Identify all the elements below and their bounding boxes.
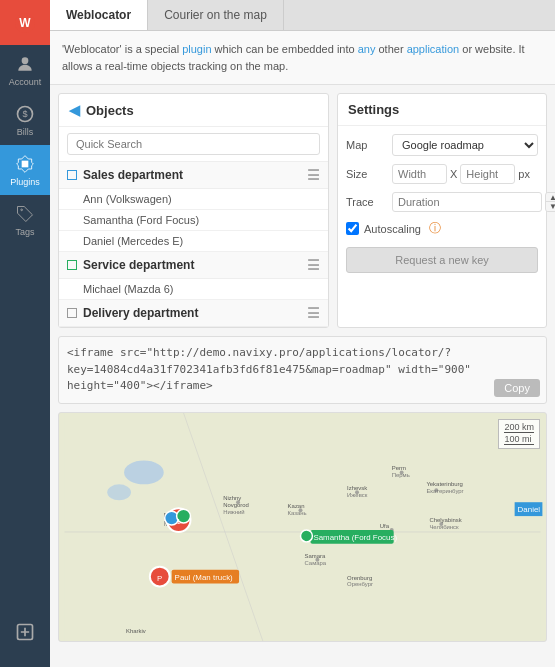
svg-text:Kharkiv: Kharkiv — [126, 628, 146, 634]
duration-input[interactable] — [392, 192, 542, 212]
svg-text:Yekaterinburg: Yekaterinburg — [426, 481, 462, 487]
sidebar-item-plugins-label: Plugins — [10, 177, 40, 187]
tab-courier[interactable]: Courier on the map — [148, 0, 284, 30]
autoscaling-checkbox[interactable] — [346, 222, 359, 235]
dept-sales: Sales department ☰ — [59, 162, 328, 189]
height-input[interactable] — [460, 164, 515, 184]
sidebar-logo: W — [0, 0, 50, 45]
bills-icon: $ — [15, 104, 35, 124]
description-text: 'Weblocator' is a special plugin which c… — [62, 43, 525, 72]
objects-icon: ◀ — [69, 102, 80, 118]
application-link[interactable]: application — [407, 43, 460, 55]
dept-service-scroll[interactable]: ☰ — [307, 257, 320, 273]
svg-point-2 — [22, 57, 29, 64]
iframe-code: <iframe src="http://demo.navixy.pro/appl… — [67, 346, 471, 392]
settings-body: Map Google roadmap Google satellite Open… — [338, 126, 546, 281]
trace-label: Trace — [346, 196, 386, 208]
spinner-down[interactable]: ▼ — [546, 202, 555, 211]
sidebar-item-tags[interactable]: Tags — [0, 195, 50, 245]
sidebar-item-bills[interactable]: $ Bills — [0, 95, 50, 145]
dept-delivery: Delivery department ☰ — [59, 300, 328, 327]
svg-rect-6 — [65, 413, 541, 641]
tabs-bar: Weblocator Courier on the map — [50, 0, 555, 31]
svg-text:Paul (Man truck): Paul (Man truck) — [175, 572, 233, 581]
objects-panel-header: ◀ Objects — [59, 94, 328, 127]
map-svg: Moscow Москва Nizhny Novgorod Нижний Kaz… — [59, 413, 546, 641]
sidebar-item-tags-label: Tags — [15, 227, 34, 237]
settings-panel: Settings Map Google roadmap Google satel… — [337, 93, 547, 328]
svg-text:Ufa: Ufa — [380, 522, 390, 528]
map-select[interactable]: Google roadmap Google satellite OpenStre… — [392, 134, 538, 156]
objects-panel: ◀ Objects Sales department ☰ Ann (Volksw… — [58, 93, 329, 328]
vehicle-samantha[interactable]: Samantha (Ford Focus) — [59, 210, 328, 231]
svg-point-8 — [107, 484, 131, 500]
settings-title: Settings — [348, 102, 399, 117]
autoscaling-label: Autoscaling — [364, 223, 421, 235]
vehicle-daniel[interactable]: Daniel (Mercedes E) — [59, 231, 328, 252]
sidebar-item-bills-label: Bills — [17, 127, 34, 137]
svg-text:Nizhny: Nizhny — [223, 495, 241, 501]
copy-button[interactable]: Copy — [494, 379, 540, 397]
sidebar-item-add[interactable] — [0, 607, 50, 657]
svg-text:Казань: Казань — [288, 510, 307, 516]
sidebar-item-account[interactable]: Account — [0, 45, 50, 95]
sidebar-item-plugins[interactable]: Plugins — [0, 145, 50, 195]
svg-text:Chelyabinsk: Chelyabinsk — [429, 517, 461, 523]
plugin-link[interactable]: plugin — [182, 43, 211, 55]
dept-delivery-scroll[interactable]: ☰ — [307, 305, 320, 321]
settings-map-row: Map Google roadmap Google satellite Open… — [346, 134, 538, 156]
dept-sales-scroll[interactable]: ☰ — [307, 167, 320, 183]
scale-200: 200 km — [504, 422, 534, 433]
scale-100: 100 mi — [504, 434, 534, 445]
svg-text:Novgorod: Novgorod — [223, 502, 249, 508]
objects-title: Objects — [86, 103, 134, 118]
dept-service-label: Service department — [83, 258, 194, 272]
svg-text:Оренбург: Оренбург — [347, 581, 373, 587]
spinner-up[interactable]: ▲ — [546, 193, 555, 202]
svg-text:Ижевск: Ижевск — [347, 492, 368, 498]
svg-text:Екатеринбург: Екатеринбург — [426, 488, 463, 494]
main-content: Weblocator Courier on the map 'Weblocato… — [50, 0, 555, 667]
vehicle-ann[interactable]: Ann (Volkswagen) — [59, 189, 328, 210]
search-input[interactable] — [67, 133, 320, 155]
dept-delivery-label: Delivery department — [83, 306, 198, 320]
size-label: Size — [346, 168, 386, 180]
size-x-sep: X — [450, 168, 457, 180]
svg-text:Пермь: Пермь — [392, 472, 410, 478]
iframe-section: <iframe src="http://demo.navixy.pro/appl… — [58, 336, 547, 404]
trace-inputs: ▲ ▼ ⓘ — [392, 192, 555, 212]
svg-text:1: 1 — [177, 518, 181, 525]
svg-text:Kazan: Kazan — [288, 503, 305, 509]
settings-panel-header: Settings — [338, 94, 546, 126]
description: 'Weblocator' is a special plugin which c… — [50, 31, 555, 85]
svg-text:Челябинск: Челябинск — [429, 523, 459, 529]
svg-text:Samara: Samara — [304, 552, 325, 558]
sidebar: W Account $ Bills Plugins Tags — [0, 0, 50, 667]
map-label: Map — [346, 139, 386, 151]
width-input[interactable] — [392, 164, 447, 184]
delivery-color-indicator — [67, 308, 77, 318]
tab-weblocator[interactable]: Weblocator — [50, 0, 148, 30]
svg-text:Самара: Самара — [304, 559, 326, 565]
map-scale: 200 km 100 mi — [498, 419, 540, 449]
svg-text:Izhevsk: Izhevsk — [347, 485, 367, 491]
autoscaling-row: Autoscaling ⓘ — [346, 220, 538, 237]
svg-text:W: W — [19, 16, 31, 30]
size-inputs: X px — [392, 164, 538, 184]
objects-list: Sales department ☰ Ann (Volkswagen) Sama… — [59, 162, 328, 327]
svg-text:$: $ — [22, 109, 27, 119]
account-icon — [15, 54, 35, 74]
sidebar-item-account-label: Account — [9, 77, 42, 87]
request-key-button[interactable]: Request a new key — [346, 247, 538, 273]
autoscaling-info-icon[interactable]: ⓘ — [429, 220, 441, 237]
svg-text:P: P — [157, 573, 162, 582]
dept-service: Service department ☰ — [59, 252, 328, 279]
trace-spinner[interactable]: ▲ ▼ — [545, 192, 555, 212]
any-link[interactable]: any — [358, 43, 376, 55]
plugins-icon — [15, 154, 35, 174]
logo-icon: W — [13, 11, 37, 35]
sales-color-indicator — [67, 170, 77, 180]
vehicle-michael[interactable]: Michael (Mazda 6) — [59, 279, 328, 300]
svg-text:Нижний: Нижний — [223, 509, 245, 515]
dept-sales-label: Sales department — [83, 168, 183, 182]
